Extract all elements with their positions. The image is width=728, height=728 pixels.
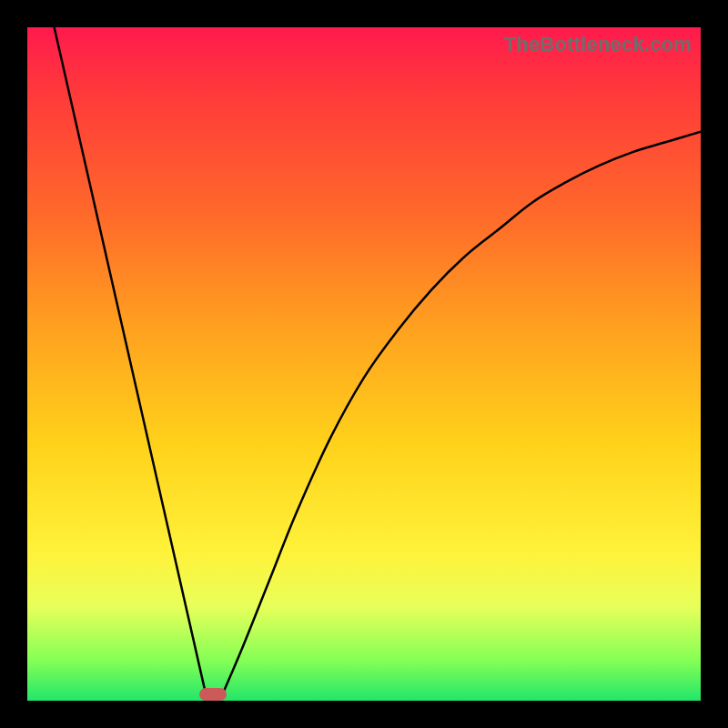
bottleneck-curve	[27, 27, 701, 701]
plot-area: TheBottleneck.com	[27, 27, 701, 701]
chart-frame: TheBottleneck.com	[0, 0, 728, 728]
curve-path	[55, 27, 701, 694]
optimal-marker	[199, 688, 227, 701]
